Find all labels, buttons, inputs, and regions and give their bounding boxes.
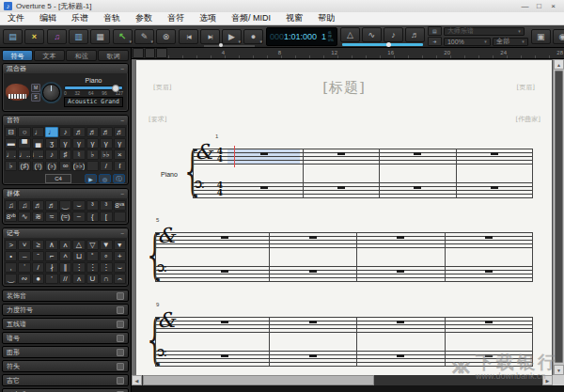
note-palette-cell[interactable]: ♮	[72, 149, 85, 160]
group-palette-cell[interactable]: ≈	[45, 212, 57, 222]
group-palette-cell[interactable]: ≋	[32, 212, 44, 222]
mark-palette-cell[interactable]: >	[5, 240, 17, 250]
note-palette-cell[interactable]: ♭	[86, 149, 99, 160]
forward-button[interactable]: ▶|	[200, 29, 220, 44]
notes-tool-button[interactable]: ◎	[99, 174, 111, 183]
note-palette-cell[interactable]: ſ	[114, 161, 126, 171]
grace-note-button[interactable]: ♪	[384, 27, 403, 42]
mark-palette-cell[interactable]: '	[45, 274, 57, 284]
group-palette-cell[interactable]: ~	[72, 212, 85, 222]
mark-palette-cell[interactable]: ⌐	[45, 251, 57, 261]
zoom-dropdown[interactable]: 100%▾	[444, 38, 491, 46]
record-button[interactable]: ●▾	[243, 29, 263, 44]
notes-tool-button[interactable]: ⓘ	[113, 174, 125, 183]
view-panel-icon[interactable]: ▤	[428, 26, 442, 36]
select-tool-button[interactable]: ↖▾	[113, 29, 133, 44]
mark-palette-cell[interactable]: –	[18, 251, 30, 261]
volume-slider[interactable]	[62, 85, 125, 90]
measure[interactable]	[304, 149, 381, 198]
measure[interactable]	[181, 232, 270, 282]
collapse-icon[interactable]: −	[120, 191, 124, 197]
solo-button[interactable]: S	[31, 93, 40, 102]
note-palette-cell[interactable]: γ	[100, 138, 112, 149]
collapse-icon[interactable]: −	[120, 118, 124, 124]
note-palette-cell[interactable]: ♬	[100, 127, 112, 137]
mark-palette-cell[interactable]: ⋮	[86, 262, 99, 273]
note-palette-cell[interactable]: ♩..	[18, 149, 30, 160]
mark-palette-cell[interactable]: /	[32, 262, 44, 273]
mark-palette-cell[interactable]: //	[59, 274, 71, 284]
scope-dropdown[interactable]: 全部▾	[493, 38, 528, 46]
mark-palette-cell[interactable]: ⊔	[72, 251, 85, 261]
note-palette-cell[interactable]: (♮)	[32, 161, 44, 171]
note-palette-cell[interactable]: ♪	[59, 127, 71, 137]
palette-section-header[interactable]: 力度符号	[2, 304, 129, 316]
group-palette-cell[interactable]: ³	[86, 200, 99, 211]
ruler-options-button[interactable]	[156, 48, 167, 58]
mark-palette-cell[interactable]: ⌣	[114, 262, 126, 273]
score-page[interactable]: [页眉] [标题] [页眉] [要求] [作曲家] 1 Piano {	[136, 60, 552, 375]
layout-button[interactable]: ▤	[3, 29, 23, 44]
mark-palette-cell[interactable]: ʼ	[18, 262, 30, 273]
note-palette-cell[interactable]: /	[100, 161, 112, 171]
goto-icon[interactable]: ➜	[428, 37, 442, 46]
mark-palette-cell[interactable]: ⌢	[114, 274, 126, 284]
group-palette-cell[interactable]: 8ᵛᵃ	[114, 200, 126, 211]
palette-section-header[interactable]: 图形	[2, 346, 129, 358]
note-palette-cell[interactable]: (♭♭)	[72, 161, 85, 171]
maximize-button[interactable]: □	[532, 0, 546, 12]
score-view-dropdown[interactable]: 大师乐谱▾	[444, 27, 525, 36]
group-palette-cell[interactable]: ♫	[18, 200, 30, 211]
vertical-scrollbar[interactable]: ▲ ▼	[553, 59, 564, 375]
scroll-left-icon[interactable]: ◀	[132, 375, 142, 385]
note-palette-cell[interactable]: ▄	[32, 138, 44, 149]
mark-palette-cell[interactable]: ∥	[59, 262, 71, 273]
note-palette-cell[interactable]: ♩.	[5, 149, 17, 160]
palette-section-header[interactable]: 五线谱	[2, 318, 129, 330]
menu-item[interactable]: 编辑	[32, 12, 64, 24]
mark-palette-cell[interactable]: ,	[5, 262, 17, 273]
group-palette-cell[interactable]: ♫	[5, 200, 17, 211]
mark-palette-cell[interactable]: +	[114, 251, 126, 261]
note-palette-cell[interactable]: ▬	[5, 138, 17, 149]
group-palette-cell[interactable]: ⌣	[72, 200, 85, 211]
score-title-placeholder[interactable]: [标题]	[136, 79, 552, 97]
palette-section-header[interactable]: 爵士乐	[2, 388, 129, 392]
mixer-button[interactable]: ▦	[90, 29, 110, 44]
mark-palette-cell[interactable]: ˚	[86, 251, 99, 261]
metronome-button[interactable]: △	[340, 27, 360, 42]
scroll-mode-button[interactable]	[145, 48, 156, 58]
snapshot-button[interactable]: ◉	[553, 29, 564, 44]
note-palette-cell[interactable]: ♯	[59, 149, 71, 160]
note-palette-cell[interactable]: γ	[86, 138, 99, 149]
menu-item[interactable]: 帮助	[310, 12, 342, 24]
system-1[interactable]: 1 Piano { &	[136, 135, 552, 203]
palette-section-header[interactable]: 谱号	[2, 332, 129, 344]
play-button[interactable]: ▶▾	[222, 29, 242, 44]
menu-item[interactable]: 音轨	[96, 12, 128, 24]
group-palette-cell[interactable]: (≈)	[59, 212, 71, 222]
mark-palette-cell[interactable]: ˅	[18, 240, 30, 250]
note-palette-cell[interactable]: (♭)	[45, 161, 57, 171]
minimize-button[interactable]: —	[518, 0, 532, 12]
group-palette-cell[interactable]: [	[100, 212, 112, 222]
mark-palette-cell[interactable]: ≥	[32, 240, 44, 250]
menu-item[interactable]: 乐谱	[64, 12, 96, 24]
note-palette-cell[interactable]: ♭	[5, 161, 17, 171]
mark-palette-cell[interactable]: ⋮	[72, 262, 85, 273]
group-palette-cell[interactable]	[114, 212, 126, 222]
note-palette-cell[interactable]: γ	[59, 138, 71, 149]
menu-item[interactable]: 视窗	[278, 12, 310, 24]
swing-button[interactable]: ∿	[362, 27, 382, 42]
measure[interactable]	[270, 317, 358, 367]
group-palette-cell[interactable]: ‿	[59, 200, 71, 211]
tools-button[interactable]: ×	[24, 29, 44, 44]
group-palette-cell[interactable]: {	[86, 212, 99, 222]
note-palette-cell[interactable]: ♩...	[32, 149, 44, 160]
note-palette-cell[interactable]: ○	[18, 127, 30, 137]
system-2[interactable]: 5 { & Ɔ:	[136, 218, 552, 286]
mark-palette-cell[interactable]: ˄	[59, 251, 71, 261]
measure[interactable]	[227, 149, 304, 198]
mark-palette-cell[interactable]: ʌ	[72, 274, 85, 284]
copy-button[interactable]: ▣	[531, 29, 551, 44]
